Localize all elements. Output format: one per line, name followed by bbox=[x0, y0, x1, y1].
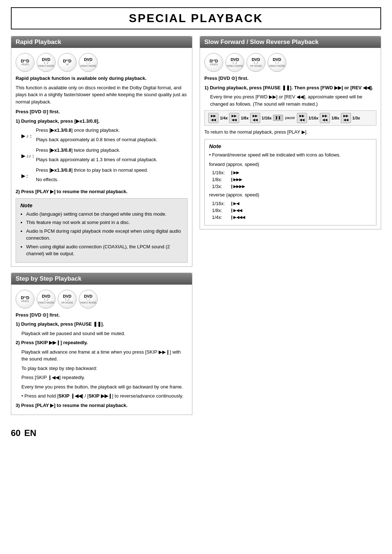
slow-dvd-badge-1: DVD VIDEO bbox=[204, 53, 223, 72]
symbol-row-2: ▶ ♪♪ : Press [▶x1.3/0.8] twice during pl… bbox=[16, 147, 188, 165]
speed-btn-fwd-1-4: ▶▶ ◀◀ bbox=[208, 113, 219, 123]
dvd-hole bbox=[23, 297, 27, 301]
step-dvd-badge-1: DVD VIDEO bbox=[16, 290, 34, 309]
symbol-1: ▶ ♪ : bbox=[21, 133, 36, 139]
dvd-badge-3: DVD -R bbox=[58, 53, 77, 72]
pause-label: pause bbox=[285, 116, 295, 120]
reverse-speeds-table: 1/16x: ❙▶◀ 1/8x: ❙▶◀◀ 1/4x: ❙▶◀◀◀ bbox=[212, 201, 372, 220]
speed-label-1-8x-r: 1/8x bbox=[331, 116, 339, 120]
slow-reverse-label: reverse (approx. speed) bbox=[209, 191, 372, 199]
rapid-playback-header: Rapid Playback bbox=[11, 36, 192, 48]
step-step2-text4: Every time you press the button, the pla… bbox=[16, 383, 188, 391]
dvd-badge-4: DVD +RVIDEO MODE bbox=[79, 53, 98, 72]
step-step2-text3: Press [SKIP ❙◀◀] repeatedly. bbox=[16, 374, 188, 381]
slow-forward-label: forward (approx. speed) bbox=[209, 161, 372, 168]
slow-note-box: Note • Forward/reverse speed will be ind… bbox=[204, 139, 376, 225]
dvd-hole bbox=[254, 61, 258, 64]
step-dvd-badge-2: DVD RWVIDEO MODE bbox=[37, 290, 56, 309]
rev-speed-row-1: 1/16x: ❙▶◀ bbox=[212, 201, 372, 206]
fwd-speed-row-1: 1/16x: ❙▶▶ bbox=[212, 170, 372, 175]
speed-label-1-4x: 1/4x bbox=[220, 116, 228, 120]
slow-note-title: Note bbox=[209, 143, 372, 149]
rapid-note-item-4: When using digital audio connection (COA… bbox=[26, 243, 183, 257]
rapid-step2: 2) Press [PLAY ▶] to resume the normal p… bbox=[16, 188, 188, 195]
right-column: Slow Forward / Slow Reverse Playback DVD… bbox=[200, 36, 381, 421]
speed-btn-rev-1-16: ▶▶ ◀◀ bbox=[297, 113, 307, 123]
page-number: 60 bbox=[11, 428, 21, 438]
symbol-3-text: Press [▶x1.3/0.8] thrice to play back in… bbox=[36, 167, 148, 185]
rev-speed-row-2: 1/8x: ❙▶◀◀ bbox=[212, 208, 372, 213]
speed-label-1-16x-r: 1/16x bbox=[309, 116, 319, 120]
rapid-intro-text: This function is available only on discs… bbox=[16, 84, 188, 106]
rapid-note-box: Note Audio (language) setting cannot be … bbox=[16, 198, 188, 263]
rev-speed-row-3: 1/4x: ❙▶◀◀◀ bbox=[212, 215, 372, 220]
fwd-speed-row-3: 1/3x: ❙▶▶▶▶ bbox=[212, 184, 372, 189]
slow-step1-text: Every time you press [FWD ▶▶] or [REV ◀◀… bbox=[204, 93, 376, 107]
speed-diagram: ▶▶ ◀◀ 1/4x ▶▶ ◀◀ 1/8x ▶▶ ◀◀ 1/16x bbox=[204, 110, 376, 126]
symbol-3: ▶ : bbox=[21, 173, 36, 179]
rapid-press-dvd: Press [DVD ⊙] first. bbox=[16, 108, 188, 115]
step-dvd-badges: DVD VIDEO DVD RWVIDEO MODE DVD RWVR MODE bbox=[16, 290, 188, 309]
step-step1-header: 1) During playback, press [PAUSE ❚❚]. bbox=[16, 321, 188, 328]
rapid-intro-bold: Rapid playback function is available onl… bbox=[16, 75, 188, 82]
step-dvd-badge-4: DVD +RVIDEO MODE bbox=[79, 290, 98, 309]
dvd-hole bbox=[65, 61, 69, 64]
step-step3-header: 3) Press [PLAY ▶] to resume the normal p… bbox=[16, 402, 188, 409]
speed-btn-rev-1-3: ▶▶ ◀◀ bbox=[341, 113, 351, 123]
dvd-badge-2: DVD RWVIDEO MODE bbox=[37, 53, 56, 72]
rapid-step1-header: 1) During playback, press [▶x1.3/0.8]. bbox=[16, 118, 188, 125]
en-label: EN bbox=[24, 428, 36, 438]
step-step1-text: Playback will be paused and sound will b… bbox=[16, 330, 188, 337]
dvd-hole bbox=[44, 297, 48, 301]
symbol-1-text: Press [▶x1.3/0.8] once during playback. … bbox=[36, 127, 158, 145]
speed-btn-fwd-1-8: ▶▶ ◀◀ bbox=[229, 113, 239, 123]
dvd-hole bbox=[44, 61, 48, 64]
step-step2-text5: • Press and hold [SKIP ❙◀◀] / [SKIP ▶▶❙]… bbox=[16, 392, 188, 400]
step-press-dvd: Press [DVD ⊙] first. bbox=[16, 311, 188, 319]
slow-return-text: To return to the normal playback, press … bbox=[204, 129, 376, 136]
dvd-hole bbox=[212, 61, 216, 64]
slow-note-intro: • Forward/reverse speed will be indicate… bbox=[209, 151, 372, 159]
slow-press-dvd: Press [DVD ⊙] first. bbox=[204, 75, 376, 82]
symbol-row-1: ▶ ♪ : Press [▶x1.3/0.8] once during play… bbox=[16, 127, 188, 145]
dvd-badge-1: DVD VIDEO bbox=[16, 53, 34, 72]
rapid-note-item-3: Audio is PCM during rapid playback mode … bbox=[26, 228, 183, 242]
slow-dvd-badge-3: DVD RWVR MODE bbox=[246, 53, 265, 72]
step-step2-text2: To play back step by step backward: bbox=[16, 365, 188, 372]
dvd-hole bbox=[86, 61, 90, 64]
step-playback-section: Step by Step Playback DVD VIDEO DVD RWVI… bbox=[11, 273, 192, 415]
step-dvd-badge-3: DVD RWVR MODE bbox=[58, 290, 77, 309]
speed-btn-fwd-1-16: ▶▶ ◀◀ bbox=[250, 113, 260, 123]
speed-label-1-3x: 1/3x bbox=[352, 116, 360, 120]
slow-dvd-badges: DVD VIDEO DVD RWVIDEO MODE DVD RWVR MODE bbox=[204, 53, 376, 72]
fwd-speed-row-2: 1/8x: ❙▶▶▶ bbox=[212, 177, 372, 182]
step-step2-text1: Playback will advance one frame at a tim… bbox=[16, 349, 188, 363]
rapid-note-item-1: Audio (language) setting cannot be chang… bbox=[26, 211, 183, 218]
page-footer: 60 EN bbox=[11, 428, 381, 438]
speed-label-1-16x-l: 1/16x bbox=[262, 116, 272, 120]
dvd-hole bbox=[233, 61, 237, 64]
step-step2-header: 2) Press [SKIP ▶▶❙] repeatedly. bbox=[16, 339, 188, 346]
rapid-playback-section: Rapid Playback DVD VIDEO DVD RWVIDEO MOD… bbox=[11, 36, 192, 267]
forward-speeds-table: 1/16x: ❙▶▶ 1/8x: ❙▶▶▶ 1/3x: ❙▶▶▶▶ bbox=[212, 170, 372, 189]
rapid-note-list: Audio (language) setting cannot be chang… bbox=[20, 211, 183, 257]
symbol-2-text: Press [▶x1.3/0.8] twice during playback.… bbox=[36, 147, 158, 165]
symbol-2: ▶ ♪♪ : bbox=[21, 153, 36, 159]
speed-btn-rev-1-8: ▶▶ ◀◀ bbox=[320, 113, 330, 123]
rapid-dvd-badges: DVD VIDEO DVD RWVIDEO MODE DVD -R bbox=[16, 53, 188, 72]
step-playback-header: Step by Step Playback bbox=[11, 273, 192, 285]
symbol-row-3: ▶ : Press [▶x1.3/0.8] thrice to play bac… bbox=[16, 167, 188, 185]
slow-dvd-badge-4: DVD +RVIDEO MODE bbox=[268, 53, 286, 72]
speed-btn-pause: ❚❚ bbox=[273, 115, 283, 121]
dvd-hole bbox=[23, 61, 27, 64]
slow-playback-section: Slow Forward / Slow Reverse Playback DVD… bbox=[200, 36, 381, 229]
page-title: SPECIAL PLAYBACK bbox=[11, 7, 381, 29]
rapid-note-item-2: This feature may not work at some point … bbox=[26, 219, 183, 226]
slow-playback-header: Slow Forward / Slow Reverse Playback bbox=[200, 36, 381, 48]
dvd-hole bbox=[275, 61, 279, 64]
slow-dvd-badge-2: DVD RWVIDEO MODE bbox=[225, 53, 244, 72]
dvd-hole bbox=[86, 297, 90, 301]
speed-label-1-8x: 1/8x bbox=[241, 116, 248, 120]
dvd-hole bbox=[65, 297, 69, 301]
rapid-note-title: Note bbox=[20, 202, 183, 208]
